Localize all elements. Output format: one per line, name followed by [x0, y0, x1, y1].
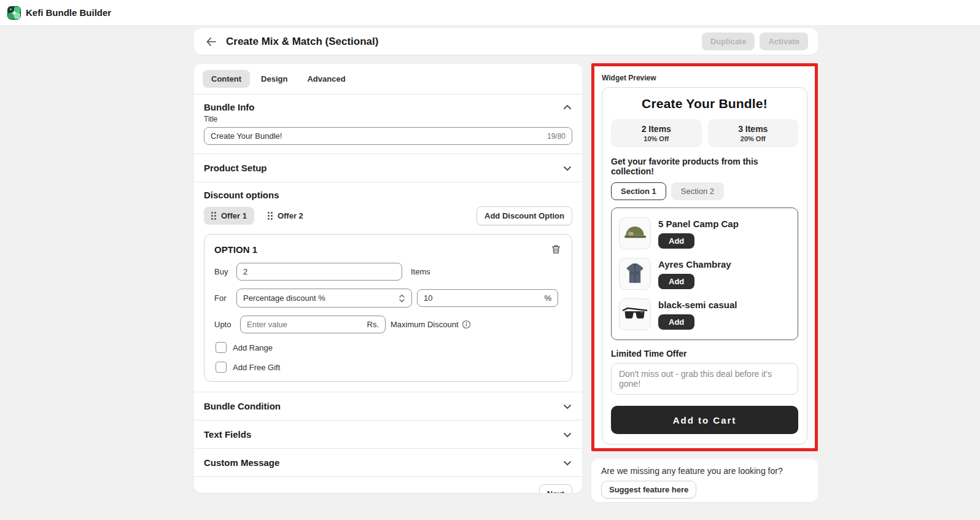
info-icon[interactable] [462, 320, 471, 329]
add-product-button[interactable]: Add [658, 314, 694, 330]
left-footer: Bundle Condition Text Fields Custom Mess… [194, 392, 582, 493]
product-info: 5 Panel Camp Cap Add [658, 219, 739, 249]
back-arrow-icon [206, 37, 216, 46]
tier-discount-label: 20% Off [710, 135, 796, 142]
custom-message-header[interactable]: Custom Message [194, 449, 582, 476]
upto-label: Upto [214, 320, 235, 329]
black-sunglasses-image [619, 298, 651, 330]
add-to-cart-button[interactable]: Add to Cart [611, 406, 798, 434]
product-row: black-semi casual Add [619, 294, 790, 335]
suggest-feature-button[interactable]: Suggest feature here [601, 481, 696, 499]
buy-input-wrap [236, 263, 402, 281]
discount-options-section: Discount options Offer 1 Offer 2 Add Dis… [194, 182, 582, 392]
tier-2-items[interactable]: 2 Items 10% Off [611, 119, 702, 147]
add-range-row[interactable]: Add Range [216, 342, 562, 353]
for-label: For [214, 293, 231, 303]
chevron-down-icon [562, 458, 572, 468]
buy-row: Buy Items [214, 263, 562, 281]
feature-request-card: Are we missing any feature you are looki… [591, 459, 818, 502]
title-input-wrap: 19/80 [204, 127, 572, 145]
limited-time-offer-input[interactable] [611, 363, 798, 395]
product-setup-header[interactable]: Product Setup [194, 154, 582, 182]
char-counter: 19/80 [547, 132, 566, 141]
text-fields-title: Text Fields [204, 429, 251, 440]
app-logo-icon [7, 6, 21, 20]
product-row: 5 Panel Camp Cap Add [619, 213, 790, 254]
max-discount-label: Maximum Discount [391, 320, 459, 329]
add-free-gift-label: Add Free Gift [233, 363, 280, 372]
delete-option-button[interactable] [550, 243, 562, 255]
discount-tiers: 2 Items 10% Off 3 Items 20% Off [611, 119, 798, 147]
chevron-down-icon [562, 163, 572, 173]
option-1-header: OPTION 1 [214, 243, 562, 255]
widget-preview-panel: Widget Preview Create Your Bundle! 2 Ite… [591, 63, 818, 451]
product-setup-title: Product Setup [204, 163, 267, 173]
product-name: Ayres Chambray [658, 259, 731, 270]
items-label: Items [411, 267, 430, 276]
topbar: Kefi Bundle Builder [0, 0, 980, 26]
tab-design[interactable]: Design [252, 70, 296, 88]
add-product-button[interactable]: Add [658, 233, 694, 249]
preview-bundle-title: Create Your Bundle! [611, 96, 798, 111]
add-product-button[interactable]: Add [658, 274, 694, 289]
upto-row: Upto Rs. Maximum Discount [214, 316, 562, 333]
tab-content[interactable]: Content [203, 70, 250, 88]
bundle-title-input[interactable] [211, 131, 542, 141]
buy-label: Buy [214, 267, 231, 276]
add-range-checkbox[interactable] [216, 342, 227, 353]
option-1-title: OPTION 1 [214, 244, 257, 255]
preview-section-tabs: Section 1 Section 2 [611, 182, 798, 200]
tier-3-items[interactable]: 3 Items 20% Off [708, 119, 799, 147]
upto-value-input[interactable] [247, 320, 364, 329]
widget-preview-card: Create Your Bundle! 2 Items 10% Off 3 It… [602, 87, 807, 444]
tier-discount-label: 10% Off [613, 135, 699, 142]
max-discount-label-wrap: Maximum Discount [391, 320, 471, 329]
section-1-tab[interactable]: Section 1 [611, 182, 666, 200]
product-name: 5 Panel Camp Cap [658, 219, 739, 229]
discount-type-value: Percentage discount % [243, 293, 325, 303]
page-header: Create Mix & Match (Sectional) Duplicate… [194, 28, 818, 55]
bundle-condition-header[interactable]: Bundle Condition [194, 392, 582, 420]
offer-1-chip[interactable]: Offer 1 [204, 207, 254, 225]
feature-request-question: Are we missing any feature you are looki… [601, 466, 808, 476]
footer-row: Next [194, 477, 582, 493]
offer-1-label: Offer 1 [221, 211, 247, 220]
add-free-gift-row[interactable]: Add Free Gift [216, 362, 562, 373]
limited-time-offer-label: Limited Time Offer [611, 349, 798, 359]
offer-2-chip[interactable]: Offer 2 [260, 207, 311, 225]
app-title: Kefi Bundle Builder [26, 7, 111, 18]
percent-suffix: % [544, 293, 551, 303]
text-fields-header[interactable]: Text Fields [194, 421, 582, 448]
upto-input-wrap: Rs. [240, 316, 386, 333]
product-row: Ayres Chambray Add [619, 254, 790, 294]
select-caret-icon [399, 294, 405, 303]
tier-items-label: 3 Items [710, 124, 796, 134]
chevron-down-icon [562, 402, 572, 411]
buy-quantity-input[interactable] [243, 267, 395, 276]
product-name: black-semi casual [658, 300, 737, 310]
discount-type-select[interactable]: Percentage discount % [236, 289, 412, 308]
header-actions: Duplicate Activate [702, 33, 808, 50]
add-discount-option-button[interactable]: Add Discount Option [476, 206, 572, 225]
custom-message-title: Custom Message [204, 457, 279, 468]
bundle-info-title: Bundle Info [204, 102, 255, 112]
activate-button[interactable]: Activate [760, 33, 808, 50]
back-button[interactable] [204, 36, 219, 47]
bundle-info-section: Bundle Info Title 19/80 [194, 95, 582, 153]
product-list: 5 Panel Camp Cap Add Ayres Chambray [611, 208, 798, 340]
tier-items-label: 2 Items [613, 124, 699, 134]
add-range-label: Add Range [233, 343, 273, 352]
chevron-up-icon [562, 103, 572, 112]
add-free-gift-checkbox[interactable] [216, 362, 227, 373]
product-info: black-semi casual Add [658, 300, 737, 330]
olive-cap-image [619, 217, 651, 249]
option-1-card: OPTION 1 Buy Items For Percentage discou… [204, 234, 572, 382]
bundle-info-header[interactable]: Bundle Info [204, 102, 572, 112]
next-button[interactable]: Next [539, 484, 572, 493]
title-field-label: Title [204, 115, 572, 123]
section-2-tab[interactable]: Section 2 [671, 182, 724, 200]
tab-advanced[interactable]: Advanced [298, 70, 354, 88]
duplicate-button[interactable]: Duplicate [702, 33, 755, 50]
discount-value-wrap: % [417, 289, 558, 307]
discount-value-input[interactable] [424, 293, 540, 303]
